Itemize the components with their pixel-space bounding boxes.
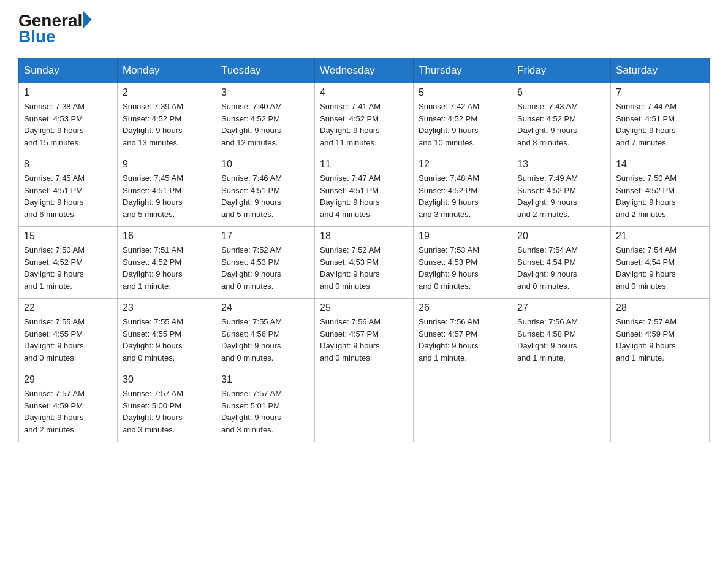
calendar-cell: 2 Sunrise: 7:39 AM Sunset: 4:52 PM Dayli… — [118, 83, 216, 155]
calendar-cell: 17 Sunrise: 7:52 AM Sunset: 4:53 PM Dayl… — [216, 227, 315, 299]
day-number: 2 — [123, 87, 211, 98]
calendar-cell: 20 Sunrise: 7:54 AM Sunset: 4:54 PM Dayl… — [512, 227, 611, 299]
weekday-header-row: SundayMondayTuesdayWednesdayThursdayFrid… — [19, 58, 710, 83]
calendar-cell: 18 Sunrise: 7:52 AM Sunset: 4:53 PM Dayl… — [315, 227, 414, 299]
header-sunday: Sunday — [19, 58, 118, 83]
page-header: General Blue — [18, 12, 710, 45]
day-info: Sunrise: 7:49 AM Sunset: 4:52 PM Dayligh… — [517, 172, 605, 220]
day-number: 18 — [320, 231, 408, 242]
day-number: 24 — [221, 302, 309, 313]
logo-triangle-icon — [83, 11, 92, 28]
day-number: 4 — [320, 87, 408, 98]
day-info: Sunrise: 7:50 AM Sunset: 4:52 PM Dayligh… — [616, 172, 704, 220]
calendar-cell: 6 Sunrise: 7:43 AM Sunset: 4:52 PM Dayli… — [512, 83, 611, 155]
calendar-cell: 14 Sunrise: 7:50 AM Sunset: 4:52 PM Dayl… — [611, 155, 710, 227]
header-tuesday: Tuesday — [216, 58, 315, 83]
day-number: 29 — [24, 374, 112, 385]
day-info: Sunrise: 7:52 AM Sunset: 4:53 PM Dayligh… — [221, 244, 309, 292]
day-info: Sunrise: 7:42 AM Sunset: 4:52 PM Dayligh… — [419, 101, 507, 148]
calendar-cell: 23 Sunrise: 7:55 AM Sunset: 4:55 PM Dayl… — [118, 299, 216, 370]
calendar-cell: 29 Sunrise: 7:57 AM Sunset: 4:59 PM Dayl… — [19, 370, 118, 442]
header-monday: Monday — [118, 58, 216, 83]
day-number: 21 — [616, 231, 704, 242]
calendar-cell: 4 Sunrise: 7:41 AM Sunset: 4:52 PM Dayli… — [315, 83, 414, 155]
day-info: Sunrise: 7:57 AM Sunset: 5:01 PM Dayligh… — [221, 388, 309, 435]
day-info: Sunrise: 7:45 AM Sunset: 4:51 PM Dayligh… — [24, 172, 112, 220]
day-number: 28 — [616, 302, 704, 313]
calendar-cell: 1 Sunrise: 7:38 AM Sunset: 4:53 PM Dayli… — [19, 83, 118, 155]
day-info: Sunrise: 7:47 AM Sunset: 4:51 PM Dayligh… — [320, 172, 408, 220]
day-info: Sunrise: 7:57 AM Sunset: 5:00 PM Dayligh… — [123, 388, 211, 435]
day-info: Sunrise: 7:48 AM Sunset: 4:52 PM Dayligh… — [419, 172, 507, 220]
header-wednesday: Wednesday — [315, 58, 414, 83]
header-friday: Friday — [512, 58, 611, 83]
day-number: 13 — [517, 159, 605, 170]
day-number: 12 — [419, 159, 507, 170]
calendar-cell: 9 Sunrise: 7:45 AM Sunset: 4:51 PM Dayli… — [118, 155, 216, 227]
day-number: 26 — [419, 302, 507, 313]
calendar-cell — [414, 370, 512, 442]
calendar-cell: 25 Sunrise: 7:56 AM Sunset: 4:57 PM Dayl… — [315, 299, 414, 370]
day-info: Sunrise: 7:55 AM Sunset: 4:55 PM Dayligh… — [123, 316, 211, 364]
day-number: 14 — [616, 159, 704, 170]
day-number: 19 — [419, 231, 507, 242]
day-info: Sunrise: 7:57 AM Sunset: 4:59 PM Dayligh… — [24, 388, 112, 435]
week-row-5: 29 Sunrise: 7:57 AM Sunset: 4:59 PM Dayl… — [19, 370, 710, 442]
calendar-cell: 30 Sunrise: 7:57 AM Sunset: 5:00 PM Dayl… — [118, 370, 216, 442]
day-number: 7 — [616, 87, 704, 98]
day-info: Sunrise: 7:46 AM Sunset: 4:51 PM Dayligh… — [221, 172, 309, 220]
calendar-cell: 26 Sunrise: 7:56 AM Sunset: 4:57 PM Dayl… — [414, 299, 512, 370]
calendar-cell: 31 Sunrise: 7:57 AM Sunset: 5:01 PM Dayl… — [216, 370, 315, 442]
week-row-1: 1 Sunrise: 7:38 AM Sunset: 4:53 PM Dayli… — [19, 83, 710, 155]
day-info: Sunrise: 7:56 AM Sunset: 4:57 PM Dayligh… — [320, 316, 408, 364]
day-number: 11 — [320, 159, 408, 170]
day-info: Sunrise: 7:43 AM Sunset: 4:52 PM Dayligh… — [517, 101, 605, 148]
calendar-cell: 28 Sunrise: 7:57 AM Sunset: 4:59 PM Dayl… — [611, 299, 710, 370]
day-info: Sunrise: 7:40 AM Sunset: 4:52 PM Dayligh… — [221, 101, 309, 148]
day-info: Sunrise: 7:51 AM Sunset: 4:52 PM Dayligh… — [123, 244, 211, 292]
calendar-cell: 11 Sunrise: 7:47 AM Sunset: 4:51 PM Dayl… — [315, 155, 414, 227]
day-info: Sunrise: 7:56 AM Sunset: 4:58 PM Dayligh… — [517, 316, 605, 364]
logo: General Blue — [18, 12, 92, 45]
day-number: 31 — [221, 374, 309, 385]
calendar-cell: 19 Sunrise: 7:53 AM Sunset: 4:53 PM Dayl… — [414, 227, 512, 299]
header-thursday: Thursday — [414, 58, 512, 83]
calendar-cell: 5 Sunrise: 7:42 AM Sunset: 4:52 PM Dayli… — [414, 83, 512, 155]
calendar-cell: 8 Sunrise: 7:45 AM Sunset: 4:51 PM Dayli… — [19, 155, 118, 227]
day-info: Sunrise: 7:55 AM Sunset: 4:56 PM Dayligh… — [221, 316, 309, 364]
day-number: 8 — [24, 159, 112, 170]
day-number: 3 — [221, 87, 309, 98]
day-number: 25 — [320, 302, 408, 313]
day-number: 16 — [123, 231, 211, 242]
day-info: Sunrise: 7:54 AM Sunset: 4:54 PM Dayligh… — [517, 244, 605, 292]
calendar-cell: 21 Sunrise: 7:54 AM Sunset: 4:54 PM Dayl… — [611, 227, 710, 299]
day-info: Sunrise: 7:50 AM Sunset: 4:52 PM Dayligh… — [24, 244, 112, 292]
calendar-cell: 15 Sunrise: 7:50 AM Sunset: 4:52 PM Dayl… — [19, 227, 118, 299]
day-info: Sunrise: 7:38 AM Sunset: 4:53 PM Dayligh… — [24, 101, 112, 148]
day-number: 10 — [221, 159, 309, 170]
calendar-cell — [315, 370, 414, 442]
day-number: 5 — [419, 87, 507, 98]
week-row-3: 15 Sunrise: 7:50 AM Sunset: 4:52 PM Dayl… — [19, 227, 710, 299]
day-info: Sunrise: 7:45 AM Sunset: 4:51 PM Dayligh… — [123, 172, 211, 220]
day-number: 6 — [517, 87, 605, 98]
calendar-cell: 24 Sunrise: 7:55 AM Sunset: 4:56 PM Dayl… — [216, 299, 315, 370]
calendar-cell — [512, 370, 611, 442]
calendar-cell: 3 Sunrise: 7:40 AM Sunset: 4:52 PM Dayli… — [216, 83, 315, 155]
day-info: Sunrise: 7:41 AM Sunset: 4:52 PM Dayligh… — [320, 101, 408, 148]
day-number: 30 — [123, 374, 211, 385]
day-info: Sunrise: 7:53 AM Sunset: 4:53 PM Dayligh… — [419, 244, 507, 292]
week-row-4: 22 Sunrise: 7:55 AM Sunset: 4:55 PM Dayl… — [19, 299, 710, 370]
day-number: 27 — [517, 302, 605, 313]
calendar-cell: 10 Sunrise: 7:46 AM Sunset: 4:51 PM Dayl… — [216, 155, 315, 227]
day-number: 17 — [221, 231, 309, 242]
day-info: Sunrise: 7:44 AM Sunset: 4:51 PM Dayligh… — [616, 101, 704, 148]
calendar-cell: 27 Sunrise: 7:56 AM Sunset: 4:58 PM Dayl… — [512, 299, 611, 370]
day-info: Sunrise: 7:56 AM Sunset: 4:57 PM Dayligh… — [419, 316, 507, 364]
calendar-cell: 22 Sunrise: 7:55 AM Sunset: 4:55 PM Dayl… — [19, 299, 118, 370]
day-info: Sunrise: 7:54 AM Sunset: 4:54 PM Dayligh… — [616, 244, 704, 292]
day-number: 1 — [24, 87, 112, 98]
day-number: 9 — [123, 159, 211, 170]
day-info: Sunrise: 7:52 AM Sunset: 4:53 PM Dayligh… — [320, 244, 408, 292]
calendar-cell: 16 Sunrise: 7:51 AM Sunset: 4:52 PM Dayl… — [118, 227, 216, 299]
